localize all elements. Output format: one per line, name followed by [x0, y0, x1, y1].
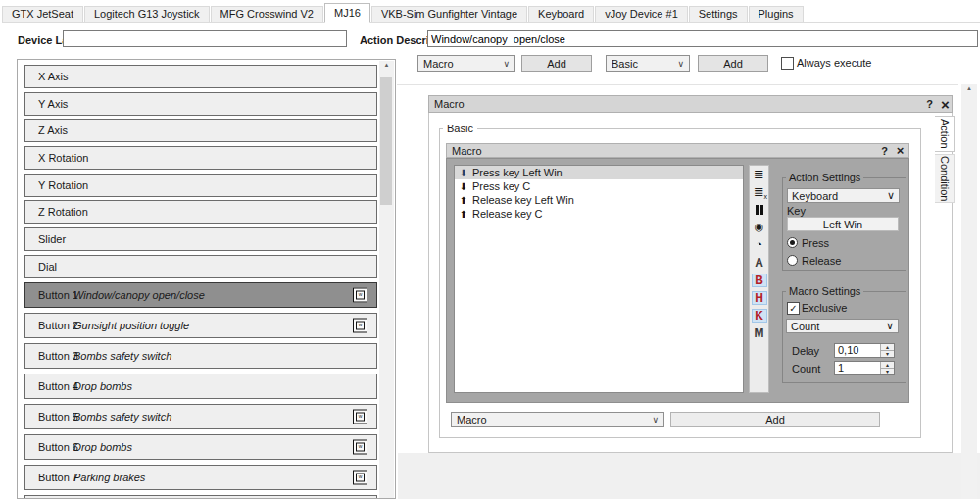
key-release-arrow-icon: ⬆ [455, 195, 472, 206]
delay-timer-icon[interactable]: ◔ [750, 236, 768, 253]
keyboard-action-icon: w [353, 319, 368, 333]
container-type-value: Macro [423, 58, 454, 70]
action-type-value: Basic [612, 58, 638, 70]
button-row[interactable]: Button 2Gunsight position togglew [24, 313, 377, 338]
device-tab-gtx-jetseat[interactable]: GTX JetSeat [2, 6, 83, 22]
action-type-select[interactable]: Basic ∨ [606, 55, 690, 72]
axis-row-label: Z Rotation [38, 206, 88, 218]
axis-row[interactable]: Z Rotation [24, 200, 377, 224]
macro-settings-label: Macro Settings [786, 285, 863, 297]
exclusive-checkbox[interactable]: ✓ [787, 302, 800, 315]
key-capture-button[interactable]: Left Win [787, 217, 899, 231]
device-tab-mj16[interactable]: MJ16 [324, 3, 370, 23]
button-row[interactable]: Button 4Drop bombs [24, 374, 377, 399]
input-type-select[interactable]: Keyboard ∨ [787, 188, 900, 203]
button-row[interactable]: Button 7Parking brakesw [24, 465, 377, 490]
macro-action-text: Press key C [472, 180, 530, 192]
footer-action-value: Macro [457, 414, 487, 425]
axis-row-label: X Rotation [38, 152, 88, 164]
axis-row[interactable]: X Axis [24, 65, 377, 88]
spin-down-icon[interactable]: ▾ [881, 351, 894, 357]
macro-action-text: Release key C [472, 208, 543, 220]
add-macro-action-icon[interactable]: ≣ [750, 166, 768, 182]
remove-macro-action-icon[interactable]: ≣x [750, 183, 768, 200]
axis-row[interactable]: Y Axis [24, 92, 377, 116]
press-radio[interactable] [787, 237, 798, 248]
delay-spinbox[interactable]: 0,10 ▴▾ [834, 343, 895, 358]
add-action-button[interactable]: Add [698, 55, 768, 72]
add-macro-action-icon: ≣ [754, 168, 764, 180]
hat-entry-icon[interactable]: H [750, 289, 768, 306]
keycap-glyph: w [356, 322, 365, 330]
spin-up-icon[interactable]: ▴ [881, 362, 894, 369]
mouse-entry-icon[interactable]: M [750, 324, 768, 341]
key-release-arrow-icon: ⬆ [455, 209, 472, 220]
macro-action-list[interactable]: ⬇Press key Left Win⬇Press key C⬆Release … [454, 165, 744, 393]
axis-row[interactable]: Z Axis [24, 119, 377, 142]
close-icon[interactable]: × [893, 144, 907, 157]
action-description-input[interactable] [427, 30, 978, 47]
repeat-mode-select[interactable]: Count ∨ [786, 319, 899, 333]
axis-row[interactable]: Dial [24, 255, 377, 278]
press-label: Press [802, 237, 829, 249]
macro-action-row[interactable]: ⬇Press key C [455, 179, 743, 193]
input-list-scrollbar[interactable]: ▲ [379, 61, 394, 498]
record-icon[interactable]: ◉ [750, 219, 768, 235]
button-row[interactable]: Button 8 [24, 495, 377, 499]
keycap-glyph: w [356, 474, 365, 482]
device-tab-vkb-sim-gunfighter-vintage[interactable]: VKB-Sim Gunfighter Vintage [371, 6, 527, 22]
button-row-label: Button 7 [38, 472, 78, 483]
scroll-up-icon[interactable]: ▲ [379, 62, 394, 68]
release-label: Release [802, 255, 841, 267]
button-row[interactable]: Button 6Drop bombsw [24, 434, 377, 460]
side-tab-action[interactable]: Action [935, 116, 955, 152]
always-execute-checkbox[interactable] [781, 57, 794, 70]
device-tab-mfg-crosswind-v2[interactable]: MFG Crosswind V2 [211, 6, 323, 22]
macro-tool-strip: ≣≣x◉◔ABHKM [749, 165, 769, 393]
key-press-arrow-icon: ⬇ [455, 181, 472, 192]
spin-down-icon[interactable]: ▾ [881, 369, 894, 374]
inner-macro-titlebar: Macro ? × [446, 143, 909, 158]
spin-buttons[interactable]: ▴▾ [880, 362, 894, 374]
device-tab-vjoy-device-1[interactable]: vJoy Device #1 [595, 6, 688, 22]
help-icon[interactable]: ? [922, 96, 937, 112]
key-press-arrow-icon: ⬇ [455, 168, 472, 178]
release-radio[interactable] [787, 255, 798, 266]
device-tab-plugins[interactable]: Plugins [749, 6, 804, 22]
button-entry-icon[interactable]: B [750, 272, 768, 288]
device-tab-settings[interactable]: Settings [689, 6, 748, 22]
button-row-description: Gunsight position toggle [74, 320, 189, 331]
macro-action-row[interactable]: ⬆Release key Left Win [455, 193, 743, 207]
button-row[interactable]: Button 5Bombs safety switchw [24, 404, 377, 429]
axis-row[interactable]: Y Rotation [24, 174, 377, 197]
spin-buttons[interactable]: ▴▾ [880, 344, 894, 357]
device-label-input[interactable] [63, 30, 347, 47]
axis-entry-icon[interactable]: A [750, 254, 768, 271]
macro-action-row[interactable]: ⬇Press key Left Win [455, 166, 743, 179]
device-tab-bar: GTX JetSeatLogitech G13 JoystickMFG Cros… [2, 4, 980, 23]
scroll-up-icon[interactable]: ▲ [961, 85, 977, 91]
remove-macro-action-icon: ≣ [754, 185, 764, 198]
pause-icon[interactable] [750, 201, 768, 218]
add-container-button[interactable]: Add [521, 55, 592, 72]
footer-action-select[interactable]: Macro ∨ [451, 412, 664, 427]
device-tab-logitech-g13-joystick[interactable]: Logitech G13 Joystick [84, 6, 210, 22]
device-tab-keyboard[interactable]: Keyboard [528, 6, 594, 22]
key-entry-icon[interactable]: K [750, 307, 768, 324]
count-spinbox[interactable]: 1 ▴▾ [834, 361, 895, 375]
scrollbar-thumb[interactable] [380, 77, 392, 205]
close-icon[interactable]: × [938, 96, 953, 112]
keycap-glyph: w [356, 291, 365, 300]
button-row[interactable]: Button 3Bombs safety switch [24, 343, 377, 369]
side-tab-condition[interactable]: Condition [935, 154, 955, 203]
joystick-gremlin-window: GTX JetSeatLogitech G13 JoystickMFG Cros… [0, 0, 980, 499]
help-icon[interactable]: ? [877, 144, 892, 157]
container-type-select[interactable]: Macro ∨ [417, 55, 515, 72]
axis-row[interactable]: X Rotation [24, 146, 377, 170]
pane-scrollbar[interactable]: ▲ [961, 84, 977, 499]
macro-action-row[interactable]: ⬆Release key C [455, 207, 743, 221]
footer-add-button[interactable]: Add [670, 412, 880, 427]
button-row[interactable]: Button 1Window/canopy open/closew [24, 282, 377, 308]
spin-up-icon[interactable]: ▴ [881, 344, 894, 351]
axis-row[interactable]: Slider [24, 227, 377, 251]
